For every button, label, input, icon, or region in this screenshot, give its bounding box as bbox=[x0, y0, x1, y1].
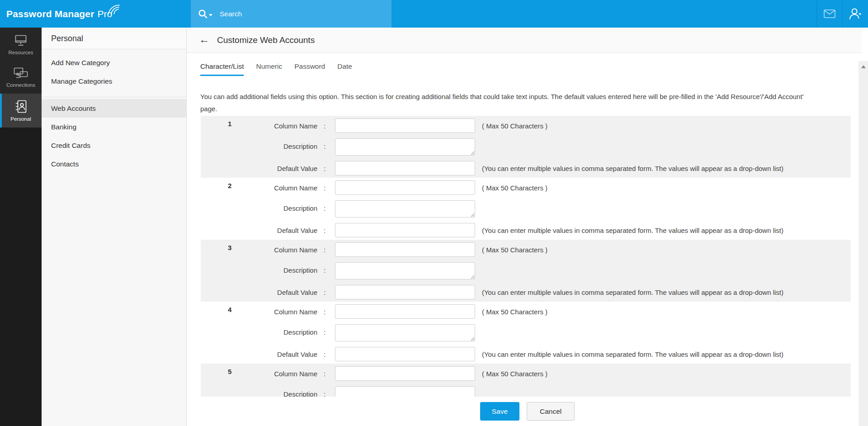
column-name-label: Column Name bbox=[201, 184, 317, 192]
column-name-hint: ( Max 50 Characters ) bbox=[482, 308, 547, 316]
nav-item-label: Resources bbox=[9, 50, 33, 55]
column-name-input[interactable] bbox=[335, 366, 475, 381]
description-label: Description bbox=[201, 200, 317, 212]
nav-item-connections[interactable]: Connections bbox=[0, 61, 42, 94]
label-separator: : bbox=[321, 308, 328, 316]
default-value-input[interactable] bbox=[335, 161, 475, 175]
search-bar[interactable] bbox=[191, 0, 392, 28]
description-textarea[interactable] bbox=[335, 138, 475, 156]
column-name-label: Column Name bbox=[201, 370, 317, 378]
description-textarea[interactable] bbox=[335, 262, 475, 279]
label-separator: : bbox=[321, 262, 328, 274]
default-value-line: Default Value : (You can enter multiple … bbox=[201, 347, 851, 361]
tab-content: Character/List Numeric Password Date You… bbox=[187, 53, 868, 397]
description-label: Description bbox=[201, 262, 317, 274]
title-strip: ← Customize Web Accounts bbox=[187, 28, 862, 53]
default-value-hint: (You can enter multiple values in comma … bbox=[482, 165, 783, 172]
top-header: Password Manager Pro bbox=[0, 0, 868, 28]
default-value-hint: (You can enter multiple values in comma … bbox=[482, 350, 783, 358]
default-value-input[interactable] bbox=[335, 223, 475, 237]
description-textarea[interactable] bbox=[335, 324, 475, 341]
default-value-label: Default Value bbox=[201, 350, 317, 358]
mail-button[interactable] bbox=[816, 0, 842, 28]
tab-date[interactable]: Date bbox=[337, 62, 352, 76]
default-value-input[interactable] bbox=[335, 347, 475, 361]
column-name-hint: ( Max 50 Characters ) bbox=[482, 370, 547, 378]
label-separator: : bbox=[321, 227, 328, 234]
label-separator: : bbox=[321, 138, 328, 150]
description-label: Description bbox=[201, 386, 317, 397]
sidebar-item-web-accounts[interactable]: Web Accounts bbox=[42, 99, 186, 118]
search-icon[interactable] bbox=[198, 9, 212, 19]
column-name-line: Column Name : ( Max 50 Characters ) bbox=[201, 304, 851, 319]
cancel-button[interactable]: Cancel bbox=[527, 402, 575, 421]
description-line: Description : bbox=[201, 262, 851, 279]
nav-item-label: Connections bbox=[6, 82, 35, 88]
column-name-line: Column Name : ( Max 50 Characters ) bbox=[201, 180, 851, 195]
sidebar-item-credit-cards[interactable]: Credit Cards bbox=[42, 136, 186, 155]
description-textarea[interactable] bbox=[335, 200, 475, 218]
column-name-label: Column Name bbox=[201, 246, 317, 254]
nav-item-resources[interactable]: Resources bbox=[0, 28, 42, 61]
default-value-hint: (You can enter multiple values in comma … bbox=[482, 289, 783, 296]
default-value-hint: (You can enter multiple values in comma … bbox=[482, 227, 783, 234]
sidebar-title: Personal bbox=[42, 28, 186, 49]
label-separator: : bbox=[321, 246, 328, 254]
label-separator: : bbox=[321, 184, 328, 192]
description-line: Description : bbox=[201, 138, 851, 156]
sidebar-item-manage-categories[interactable]: Manage Categories bbox=[42, 72, 186, 90]
app-logo[interactable]: Password Manager Pro bbox=[6, 0, 122, 28]
label-separator: : bbox=[321, 386, 328, 397]
back-arrow-icon[interactable]: ← bbox=[199, 34, 209, 45]
primary-nav-top: Resources Connections bbox=[0, 28, 42, 94]
user-menu-button[interactable] bbox=[842, 0, 868, 28]
label-separator: : bbox=[321, 200, 328, 212]
tab-character-list[interactable]: Character/List bbox=[200, 62, 244, 76]
column-name-line: Column Name : ( Max 50 Characters ) bbox=[201, 118, 851, 133]
sidebar-item-banking[interactable]: Banking bbox=[42, 118, 186, 136]
default-value-input[interactable] bbox=[335, 285, 475, 299]
page-title: Customize Web Accounts bbox=[217, 35, 315, 45]
column-name-line: Column Name : ( Max 50 Characters ) bbox=[201, 242, 851, 257]
user-icon bbox=[849, 8, 862, 20]
form-rows: 1 Column Name : ( Max 50 Characters ) De… bbox=[187, 116, 868, 397]
monitor-icon bbox=[14, 35, 28, 47]
main-panel: ← Customize Web Accounts Character/List … bbox=[187, 28, 868, 426]
column-name-input[interactable] bbox=[335, 242, 475, 257]
column-name-line: Column Name : ( Max 50 Characters ) bbox=[201, 366, 851, 381]
label-separator: : bbox=[321, 370, 328, 378]
search-input[interactable] bbox=[219, 9, 368, 19]
brand-name: Password Manager bbox=[6, 9, 94, 19]
row-number: 4 bbox=[228, 306, 231, 313]
label-separator: : bbox=[321, 289, 328, 296]
tab-password[interactable]: Password bbox=[294, 62, 325, 76]
tab-numeric[interactable]: Numeric bbox=[256, 62, 282, 76]
mail-icon bbox=[824, 9, 835, 18]
custom-field-row: 2 Column Name : ( Max 50 Characters ) De… bbox=[201, 178, 851, 240]
column-name-hint: ( Max 50 Characters ) bbox=[482, 246, 547, 254]
nav-item-label: Personal bbox=[10, 116, 31, 122]
nav-item-personal[interactable]: Personal bbox=[0, 94, 42, 128]
remote-screens-icon bbox=[14, 67, 28, 79]
column-name-input[interactable] bbox=[335, 118, 475, 133]
sidebar-actions: Add New Category Manage Categories bbox=[42, 49, 186, 97]
label-separator: : bbox=[321, 324, 328, 336]
section-description: You can add additional fields using this… bbox=[200, 90, 820, 115]
description-textarea[interactable] bbox=[335, 386, 475, 397]
label-separator: : bbox=[321, 350, 328, 358]
default-value-line: Default Value : (You can enter multiple … bbox=[201, 285, 851, 299]
save-button[interactable]: Save bbox=[480, 402, 519, 421]
form-footer: Save Cancel bbox=[187, 397, 868, 426]
column-name-input[interactable] bbox=[335, 304, 475, 319]
scroll-up-icon[interactable] bbox=[861, 65, 866, 68]
column-name-hint: ( Max 50 Characters ) bbox=[482, 122, 547, 130]
default-value-label: Default Value bbox=[201, 165, 317, 172]
sidebar-item-add-new-category[interactable]: Add New Category bbox=[42, 53, 186, 72]
scrollbar[interactable] bbox=[859, 61, 868, 426]
default-value-line: Default Value : (You can enter multiple … bbox=[201, 223, 851, 237]
row-number: 2 bbox=[228, 182, 231, 189]
column-name-label: Column Name bbox=[201, 122, 317, 130]
sidebar-item-contacts[interactable]: Contacts bbox=[42, 155, 186, 173]
description-line: Description : bbox=[201, 200, 851, 218]
column-name-input[interactable] bbox=[335, 180, 475, 195]
